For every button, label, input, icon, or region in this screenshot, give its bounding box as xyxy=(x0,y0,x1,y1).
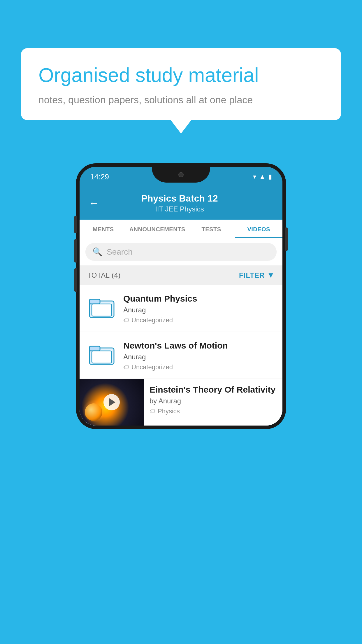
phone: 14:29 ▾ ▲ ▮ ← Physics Batch 12 IIT JEE P… xyxy=(76,163,286,429)
list-item[interactable]: Newton's Laws of Motion Anurag 🏷 Uncateg… xyxy=(80,332,282,379)
play-icon xyxy=(109,398,115,406)
video-list: Quantum Physics Anurag 🏷 Uncategorized xyxy=(80,285,282,426)
tab-announcements[interactable]: ANNOUNCEMENTS xyxy=(127,220,188,238)
wifi-icon: ▾ xyxy=(253,173,256,181)
planet xyxy=(85,403,102,421)
search-box[interactable]: 🔍 Search xyxy=(85,243,277,261)
phone-screen: 14:29 ▾ ▲ ▮ ← Physics Batch 12 IIT JEE P… xyxy=(76,163,286,429)
video-info: Einstein's Theory Of Relativity by Anura… xyxy=(144,379,282,421)
total-count: TOTAL (4) xyxy=(87,271,121,279)
tag-icon: 🏷 xyxy=(123,364,129,371)
back-button[interactable]: ← xyxy=(88,197,99,209)
svg-rect-5 xyxy=(92,351,112,363)
app-header: ← Physics Batch 12 IIT JEE Physics xyxy=(80,187,282,220)
batch-subtitle: IIT JEE Physics xyxy=(105,205,254,213)
header-title-area: Physics Batch 12 IIT JEE Physics xyxy=(105,193,254,213)
tag-label: Uncategorized xyxy=(131,363,173,371)
list-item[interactable]: Einstein's Theory Of Relativity by Anura… xyxy=(80,379,282,426)
svg-rect-2 xyxy=(92,304,112,316)
tabs-bar: MENTS ANNOUNCEMENTS TESTS VIDEOS xyxy=(80,220,282,238)
tag-icon: 🏷 xyxy=(123,317,129,324)
video-title: Quantum Physics xyxy=(123,294,275,304)
video-thumbnail xyxy=(80,379,144,426)
video-tag: 🏷 Physics xyxy=(150,407,277,415)
notch xyxy=(152,167,210,183)
video-title: Einstein's Theory Of Relativity xyxy=(150,385,277,395)
volume-down-button xyxy=(74,239,77,262)
video-author: by Anurag xyxy=(150,397,277,405)
search-icon: 🔍 xyxy=(92,247,103,257)
status-time: 14:29 xyxy=(90,172,109,181)
status-icons: ▾ ▲ ▮ xyxy=(253,173,272,181)
camera xyxy=(178,172,184,177)
screen-content: 🔍 Search TOTAL (4) FILTER ▼ xyxy=(80,238,282,426)
video-title: Newton's Laws of Motion xyxy=(123,341,275,351)
subtext: notes, question papers, solutions all at… xyxy=(38,94,324,106)
headline: Organised study material xyxy=(38,63,324,87)
search-area: 🔍 Search xyxy=(80,238,282,265)
status-bar: 14:29 ▾ ▲ ▮ xyxy=(80,167,282,187)
volume-up-button xyxy=(74,216,77,233)
filter-label: FILTER xyxy=(239,271,265,279)
folder-icon xyxy=(89,296,115,318)
speech-bubble: Organised study material notes, question… xyxy=(21,48,341,120)
tab-ments[interactable]: MENTS xyxy=(80,220,127,238)
speech-bubble-container: Organised study material notes, question… xyxy=(21,48,341,120)
signal-icon: ▲ xyxy=(259,173,266,181)
batch-title: Physics Batch 12 xyxy=(105,193,254,204)
tab-videos[interactable]: VIDEOS xyxy=(235,220,282,238)
play-button[interactable] xyxy=(103,394,120,410)
filter-bar: TOTAL (4) FILTER ▼ xyxy=(80,265,282,285)
video-author: Anurag xyxy=(123,306,275,314)
video-info: Newton's Laws of Motion Anurag 🏷 Uncateg… xyxy=(123,340,275,371)
folder-icon-container xyxy=(87,293,116,322)
video-author: Anurag xyxy=(123,353,275,361)
filter-icon: ▼ xyxy=(267,271,275,280)
filter-button[interactable]: FILTER ▼ xyxy=(239,271,275,280)
tab-tests[interactable]: TESTS xyxy=(188,220,235,238)
video-tag: 🏷 Uncategorized xyxy=(123,363,275,371)
search-input[interactable]: Search xyxy=(107,247,133,257)
silent-button xyxy=(74,268,77,292)
power-button xyxy=(285,228,288,251)
list-item[interactable]: Quantum Physics Anurag 🏷 Uncategorized xyxy=(80,285,282,332)
tag-icon: 🏷 xyxy=(150,408,155,415)
svg-rect-1 xyxy=(89,299,100,304)
tag-label: Uncategorized xyxy=(131,316,173,324)
video-tag: 🏷 Uncategorized xyxy=(123,316,275,324)
folder-icon xyxy=(89,343,115,365)
svg-rect-4 xyxy=(89,346,100,351)
video-info: Quantum Physics Anurag 🏷 Uncategorized xyxy=(123,293,275,324)
tag-label: Physics xyxy=(158,407,180,415)
folder-icon-container xyxy=(87,340,116,369)
battery-icon: ▮ xyxy=(268,173,272,181)
